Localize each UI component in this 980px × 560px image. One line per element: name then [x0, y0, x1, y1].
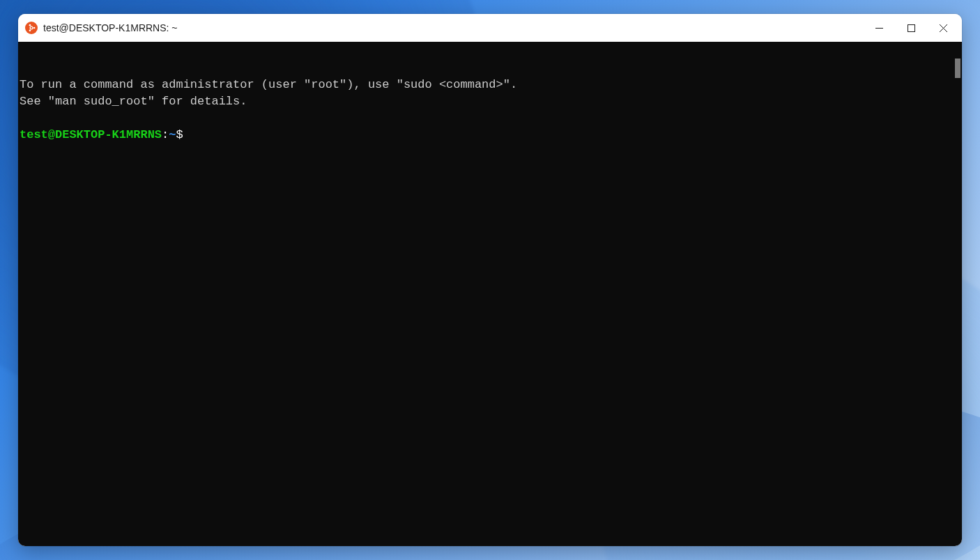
- motd-line: See "man sudo_root" for details.: [20, 95, 247, 108]
- svg-point-0: [30, 26, 33, 29]
- scrollbar-thumb[interactable]: [955, 59, 960, 78]
- svg-point-1: [33, 27, 36, 29]
- prompt-user-host: test@DESKTOP-K1MRRNS: [20, 128, 162, 141]
- terminal-window: test@DESKTOP-K1MRRNS: ~ To run a command…: [18, 14, 962, 546]
- svg-point-2: [29, 24, 31, 26]
- prompt-dollar: $: [176, 128, 183, 141]
- motd-line: To run a command as administrator (user …: [20, 78, 517, 91]
- scrollbar-track[interactable]: [952, 43, 960, 545]
- prompt-path: ~: [169, 128, 176, 141]
- svg-rect-5: [908, 24, 914, 31]
- svg-point-3: [29, 29, 31, 31]
- prompt-separator: :: [162, 128, 169, 141]
- minimize-button[interactable]: [863, 14, 895, 42]
- terminal-content: To run a command as administrator (user …: [20, 77, 960, 143]
- maximize-button[interactable]: [895, 14, 927, 42]
- ubuntu-icon: [25, 22, 38, 34]
- terminal-cursor: [183, 127, 190, 141]
- window-title-bar[interactable]: test@DESKTOP-K1MRRNS: ~: [18, 14, 962, 42]
- window-title: test@DESKTOP-K1MRRNS: ~: [43, 22, 863, 33]
- close-button[interactable]: [927, 14, 959, 42]
- window-controls: [863, 14, 959, 42]
- terminal-viewport[interactable]: To run a command as administrator (user …: [18, 42, 962, 546]
